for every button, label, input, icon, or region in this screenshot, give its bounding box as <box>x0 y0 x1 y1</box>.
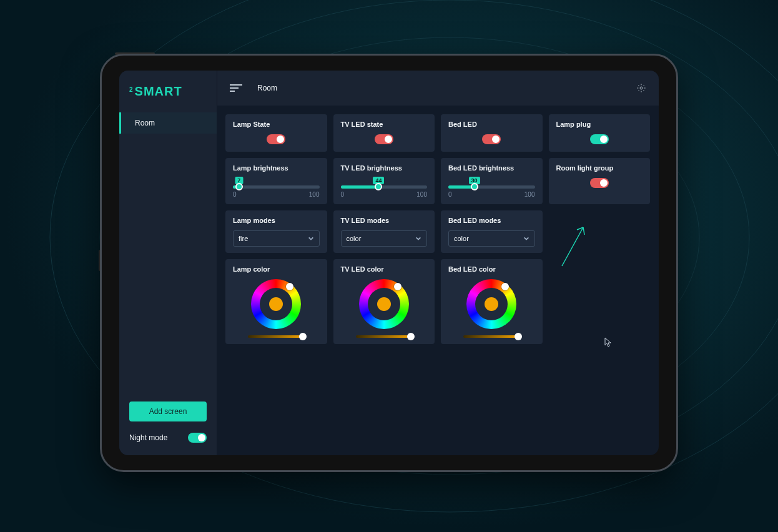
bedled-color-wheel[interactable] <box>466 279 516 329</box>
lamp-plug-toggle[interactable] <box>590 134 609 144</box>
sidebar-item-room[interactable]: Room <box>119 112 217 134</box>
tvled-modes-select[interactable]: color <box>341 230 428 247</box>
card-lamp-plug: Lamp plug <box>549 114 651 152</box>
night-mode-toggle[interactable] <box>188 433 207 443</box>
card-title: TV LED state <box>341 121 428 128</box>
slider-max: 100 <box>309 191 320 198</box>
card-title: Bed LED modes <box>448 217 535 224</box>
slider-min: 0 <box>341 191 345 198</box>
add-screen-button[interactable]: Add screen <box>129 401 207 421</box>
tablet-frame: 2 SMART Room Add screen Night mode Room … <box>100 54 678 472</box>
slider-min: 0 <box>448 191 452 198</box>
menu-icon[interactable] <box>230 84 242 92</box>
bedled-brightness-slider[interactable]: 30 0100 <box>448 178 535 198</box>
tvled-color-brightness-slider[interactable] <box>356 335 412 338</box>
chevron-down-icon <box>415 235 421 242</box>
card-title: Bed LED <box>448 121 535 128</box>
card-bedled-brightness: Bed LED brightness 30 0100 <box>441 158 543 204</box>
app-screen: 2 SMART Room Add screen Night mode Room … <box>119 71 659 455</box>
header: Room <box>217 71 659 106</box>
card-title: TV LED brightness <box>341 164 428 172</box>
card-title: TV LED color <box>341 265 428 273</box>
tvled-color-wheel[interactable] <box>359 279 409 329</box>
cursor-icon <box>604 337 612 347</box>
card-lamp-modes: Lamp modes fire <box>225 210 327 253</box>
card-room-light-group: Room light group <box>549 158 651 204</box>
gear-icon[interactable] <box>636 83 646 93</box>
card-title: Lamp modes <box>233 217 320 224</box>
card-bedled: Bed LED <box>441 114 543 152</box>
logo-name: SMART <box>135 84 182 99</box>
bedled-modes-select[interactable]: color <box>448 230 535 247</box>
card-tvled-state: TV LED state <box>333 114 435 152</box>
card-bedled-color: Bed LED color <box>441 259 543 344</box>
card-lamp-brightness: Lamp brightness 7 0100 <box>225 158 327 204</box>
lamp-color-brightness-slider[interactable] <box>248 335 304 338</box>
svg-point-6 <box>640 87 643 89</box>
card-title: Lamp plug <box>556 121 643 128</box>
select-value: color <box>347 235 362 242</box>
sidebar: 2 SMART Room Add screen Night mode <box>119 71 217 455</box>
slider-max: 100 <box>524 191 535 198</box>
night-mode-row: Night mode <box>119 433 217 455</box>
sidebar-item-label: Room <box>135 119 155 127</box>
tvled-brightness-slider[interactable]: 44 0100 <box>341 178 428 198</box>
card-title: Lamp State <box>233 121 320 128</box>
card-title: Bed LED brightness <box>448 164 535 172</box>
bedled-color-brightness-slider[interactable] <box>463 335 519 338</box>
app-logo: 2 SMART <box>119 71 217 112</box>
cards-grid: Lamp State TV LED state Bed LED Lamp plu… <box>217 106 659 353</box>
card-title: Room light group <box>556 164 643 172</box>
bedled-toggle[interactable] <box>482 134 501 144</box>
main-area: Room Lamp State TV LED state Bed LED <box>217 71 659 455</box>
card-bedled-modes: Bed LED modes color <box>441 210 543 253</box>
card-title: TV LED modes <box>341 217 428 224</box>
card-tvled-color: TV LED color <box>333 259 435 344</box>
select-value: color <box>454 235 469 242</box>
chevron-down-icon <box>308 235 314 242</box>
page-title: Room <box>257 84 277 92</box>
lamp-brightness-slider[interactable]: 7 0100 <box>233 178 320 198</box>
logo-prefix: 2 <box>129 86 134 93</box>
card-tvled-modes: TV LED modes color <box>333 210 435 253</box>
select-value: fire <box>239 235 248 242</box>
card-lamp-state: Lamp State <box>225 114 327 152</box>
lamp-modes-select[interactable]: fire <box>233 230 320 247</box>
room-light-group-toggle[interactable] <box>590 178 609 188</box>
card-title: Lamp brightness <box>233 164 320 172</box>
night-mode-label: Night mode <box>129 433 167 442</box>
card-lamp-color: Lamp color <box>225 259 327 344</box>
tvled-state-toggle[interactable] <box>375 134 393 144</box>
card-tvled-brightness: TV LED brightness 44 0100 <box>333 158 435 204</box>
slider-min: 0 <box>233 191 237 198</box>
card-title: Bed LED color <box>448 265 535 273</box>
lamp-state-toggle[interactable] <box>267 134 285 144</box>
lamp-color-wheel[interactable] <box>251 279 301 329</box>
card-title: Lamp color <box>233 265 320 273</box>
chevron-down-icon <box>523 235 529 242</box>
slider-max: 100 <box>416 191 427 198</box>
